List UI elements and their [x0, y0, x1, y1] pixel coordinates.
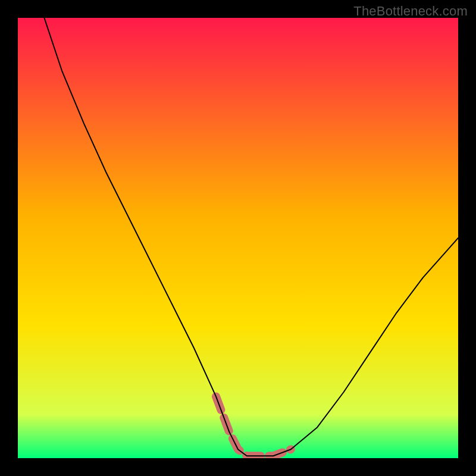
bottleneck-chart	[18, 18, 458, 458]
chart-frame: TheBottleneck.com	[0, 0, 476, 476]
watermark-text: TheBottleneck.com	[353, 4, 468, 19]
gradient-background	[18, 18, 458, 458]
plot-area	[18, 18, 458, 458]
